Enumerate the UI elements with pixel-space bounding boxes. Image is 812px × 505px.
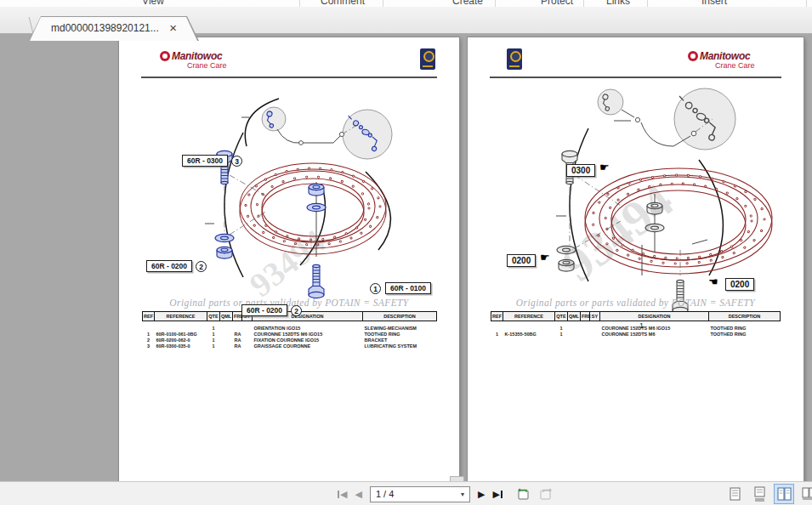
callout-num-3: 3 [231,156,242,167]
menu-item-view[interactable]: View [142,0,164,7]
quality-badge-icon [420,48,435,70]
nut-icon [217,247,232,258]
header-ref: REF [491,312,503,321]
callout-60r-0300: 60R - 0300 [182,155,228,167]
bottom-toolbar: ◀ ◀ 1 / 4 ▾ ▶ ▶ [0,481,812,505]
parts-table: REF REFERENCE QTE QML FRE SY DESIGNATION… [142,311,437,349]
cell [155,326,207,332]
callout-num-2b: 2 [291,305,302,316]
callout-60r-0200-bottom: 60R - 0200 [241,304,287,316]
cell: GRAISSAGE COURONNE [253,343,363,349]
cell: TOOTHED RING [709,326,781,332]
brand-sub: Crane Care [715,61,781,70]
cell: COURONNE 152DTS M6 IGO15 [600,326,709,332]
cell: LUBRICATING SYSTEM [363,343,437,349]
brand-sub: Crane Care [187,61,253,70]
cell: TOOTHED RING [363,332,437,338]
cell: 1 [555,332,568,338]
washer-icon [557,246,576,253]
cell: COURONNE 152DTS M6 [600,332,709,338]
menu-item-links[interactable]: Links [606,0,630,7]
menu-bar: View Comment Create Protect Links Insert [0,0,812,7]
nut-icon [559,259,574,271]
menu-separator [299,0,300,7]
facing-view-button[interactable] [774,484,794,504]
right-diagram: 0300 ☛ 0200 ☛ ☚ 0200 1 [468,82,803,321]
last-page-button[interactable]: ▶ [492,489,503,500]
cell [568,332,581,338]
page-header: Manitowoc Crane Care [141,48,437,78]
previous-view-button[interactable] [516,487,531,501]
cell: 1 [207,332,220,338]
cell: 60R-0200-062-0 [155,338,207,343]
continuous-view-button[interactable] [749,484,769,504]
page-dropdown-caret[interactable]: ▾ [461,487,464,502]
nut-icon [647,202,662,214]
callout-0200-left: 0200 [507,254,536,267]
cell [242,343,253,349]
cell [233,326,242,332]
cell [590,332,600,338]
bolt-icon [673,280,688,313]
menu-item-create[interactable]: Create [452,0,483,7]
cell [568,326,581,332]
next-page-button[interactable]: ▶ [478,489,485,500]
prev-page-button[interactable]: ◀ [355,489,361,500]
cell: 1 [207,343,220,349]
first-page-button[interactable]: ◀ [337,489,347,500]
cell [220,326,233,332]
pointing-hand-icon: ☛ [540,251,550,264]
safety-note: Original parts or parts validated by POT… [468,298,803,308]
cell [581,326,590,332]
brand-name: Manitowoc [172,50,222,62]
table-row: 2 60R-0200-062-0 1 RA FIXATION COURONNE … [143,338,437,343]
tab-title: md000001398920121... [51,22,159,34]
pointing-hand-icon: ☛ [599,161,610,173]
washer-icon [215,234,234,241]
header-qte: QTE [207,312,220,321]
toolbar-collapse-handle[interactable] [450,476,464,481]
table-header-row: REF REFERENCE QTE QML FRE SY DESIGNATION… [143,312,437,321]
ref-number-1: 1 [639,321,644,330]
single-page-view-button[interactable] [724,484,745,504]
next-view-icon [538,487,553,501]
facing-continuous-view-button[interactable] [798,484,812,504]
cell: 3 [143,343,155,349]
document-tab[interactable]: md000001398920121... × [29,16,199,41]
next-view-button[interactable] [538,487,553,501]
cell [220,332,233,338]
cell: 1 [207,326,220,332]
cell: COURONNE 152DTS M6 IGO15 [253,332,363,338]
header-description: DESCRIPTION [709,312,781,321]
brand-name: Manitowoc [700,50,750,62]
facing-continuous-icon [802,487,812,501]
cell: RA [233,338,242,343]
left-diagram: 60R - 0300 3 60R - 0200 2 60R - 0200 2 1… [119,82,459,321]
menu-item-insert[interactable]: Insert [701,0,727,7]
page-number-box[interactable]: 1 / 4 ▾ [370,486,470,502]
cell: SLEWING-MECHANISM [363,326,437,332]
cell [220,338,233,343]
table-row: 1 K-15355-50BG 1 COURONNE 152DTS M6 TOOT… [491,332,781,338]
cell [220,343,233,349]
header-fre: FRE [581,312,590,321]
cell: BRACKET [363,338,437,343]
menu-separator [583,0,584,7]
menu-item-protect[interactable]: Protect [541,0,573,7]
cell: 1 [491,332,503,338]
previous-view-icon [516,487,531,501]
manitowoc-logo: Manitowoc Crane Care [688,50,781,70]
cell: 1 [207,338,220,343]
tab-bar: md000001398920121... × [0,7,812,34]
page-right: Manitowoc Crane Care [468,37,803,481]
header-designation: DESIGNATION [600,312,709,321]
callout-0300: 0300 [566,164,595,177]
cell: K-15355-50BG [503,332,555,338]
tab-close-icon[interactable]: × [169,20,177,36]
header-reference: REFERENCE [503,312,555,321]
menu-item-comment[interactable]: Comment [321,0,365,7]
cell: 1 [555,326,568,332]
manitowoc-m-icon [688,51,698,61]
manitowoc-m-icon [160,51,170,61]
cell: RA [233,343,242,349]
